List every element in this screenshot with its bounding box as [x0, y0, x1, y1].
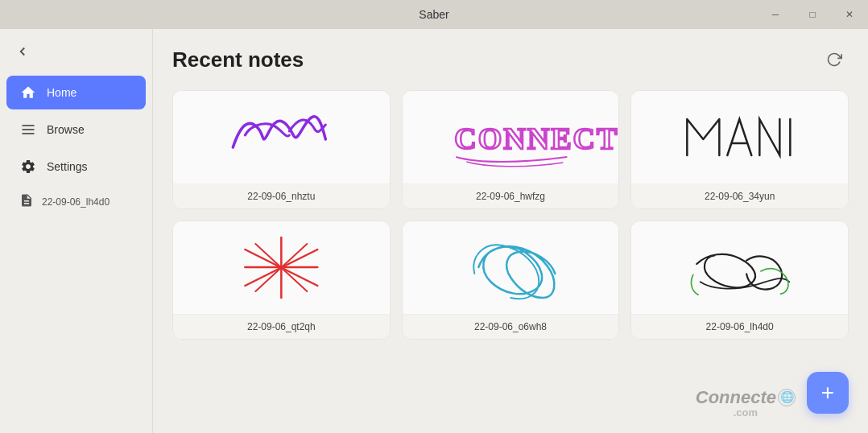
note-label-nhztu: 22-09-06_nhztu [173, 184, 390, 208]
sidebar-item-settings[interactable]: Settings [6, 150, 146, 184]
note-card-lh4d0[interactable]: 22-09-06_lh4d0 [630, 221, 849, 340]
globe-icon: 🌐 [778, 389, 796, 406]
sidebar-item-home-label: Home [47, 86, 76, 99]
note-card-qt2qh[interactable]: 22-09-06_qt2qh [172, 221, 391, 340]
note-label-34yun: 22-09-06_34yun [631, 184, 848, 208]
add-note-button[interactable]: + [807, 372, 849, 414]
sidebar-item-home[interactable]: Home [6, 76, 146, 109]
notes-grid: 22-09-06_nhztu CONNECT 22-09-06_hwfzg [172, 90, 849, 340]
main-header: Recent notes [172, 45, 849, 74]
browse-icon [19, 121, 37, 138]
note-card-o6wh8[interactable]: 22-09-06_o6wh8 [402, 221, 620, 340]
svg-text:CONNECT: CONNECT [454, 122, 618, 155]
sidebar-recent-file[interactable]: 22-09-06_lh4d0 [6, 187, 146, 216]
file-icon [19, 193, 34, 210]
note-label-o6wh8: 22-09-06_o6wh8 [403, 314, 619, 339]
sidebar: Home Browse Settings [0, 29, 153, 433]
note-card-hwfzg[interactable]: CONNECT 22-09-06_hwfzg [402, 90, 620, 209]
sidebar-recent-file-label: 22-09-06_lh4d0 [42, 196, 110, 208]
sidebar-item-browse[interactable]: Browse [6, 113, 146, 146]
note-card-34yun[interactable]: 22-09-06_34yun [630, 90, 849, 209]
refresh-button[interactable] [820, 45, 849, 74]
watermark: Connecte 🌐 .com [696, 388, 796, 419]
titlebar: Saber ─ □ ✕ [0, 0, 868, 29]
note-preview-nhztu [173, 91, 390, 184]
note-label-lh4d0: 22-09-06_lh4d0 [631, 314, 848, 339]
home-icon [19, 84, 37, 101]
window-controls: ─ □ ✕ [757, 0, 868, 29]
minimize-button[interactable]: ─ [757, 0, 794, 29]
note-preview-lh4d0 [631, 221, 848, 314]
note-preview-o6wh8 [403, 221, 619, 314]
maximize-button[interactable]: □ [794, 0, 831, 29]
close-button[interactable]: ✕ [831, 0, 868, 29]
note-preview-qt2qh [173, 221, 390, 314]
main-window: Home Browse Settings [0, 29, 868, 433]
sidebar-item-settings-label: Settings [47, 160, 88, 173]
sidebar-item-browse-label: Browse [47, 123, 85, 136]
main-content: Recent notes 22-09-06_nhztu [153, 29, 868, 433]
settings-icon [19, 158, 37, 175]
sidebar-collapse-button[interactable] [6, 37, 39, 66]
note-preview-34yun [631, 91, 848, 184]
note-card-nhztu[interactable]: 22-09-06_nhztu [172, 90, 391, 209]
note-label-hwfzg: 22-09-06_hwfzg [403, 184, 619, 208]
note-preview-hwfzg: CONNECT [403, 91, 619, 184]
app-title: Saber [419, 8, 448, 21]
page-title: Recent notes [172, 47, 304, 72]
note-label-qt2qh: 22-09-06_qt2qh [173, 314, 390, 339]
